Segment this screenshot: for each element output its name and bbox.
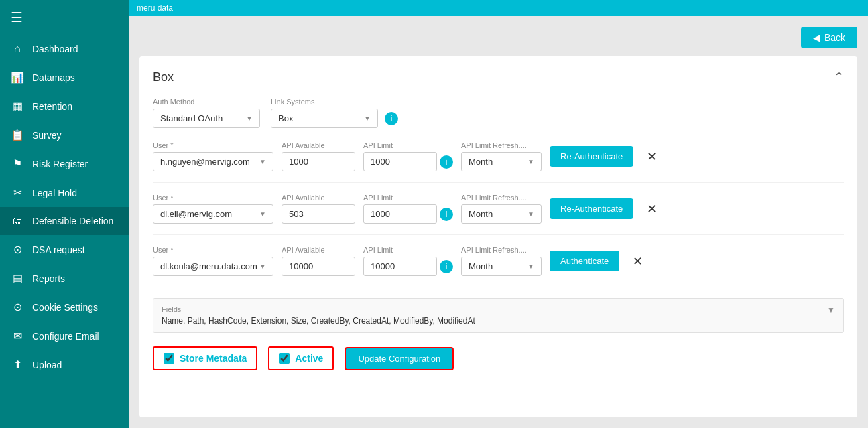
store-metadata-label: Store Metadata: [180, 353, 247, 364]
action-btn-1[interactable]: Re-Authenticate: [550, 198, 633, 219]
api-refresh-value-2: Month: [469, 261, 493, 271]
user-label-2: User *: [153, 246, 273, 254]
user-row-2: User * dl.koula@meru.data.com ▼ API Avai…: [153, 246, 844, 287]
user-value-0: h.nguyen@mervig.com: [160, 157, 250, 167]
sidebar-item-dsa-request[interactable]: ⊙DSA request: [0, 235, 129, 264]
link-systems-info-button[interactable]: i: [385, 112, 398, 125]
api-refresh-arrow-2: ▼: [528, 263, 534, 270]
topbar-label: meru data: [137, 3, 173, 13]
api-limit-label-0: API Limit: [363, 141, 453, 149]
api-limit-label-1: API Limit: [363, 194, 453, 202]
sidebar: ☰ ⌂Dashboard📊Datamaps▦Retention📋Survey⚑R…: [0, 0, 129, 428]
api-available-label-2: API Available: [282, 246, 355, 254]
sidebar-label-upload: Upload: [32, 360, 62, 370]
active-checkbox[interactable]: [279, 353, 290, 364]
api-refresh-group-2: API Limit Refresh.... Month ▼: [461, 246, 542, 276]
link-systems-select[interactable]: Box ▼: [271, 109, 378, 128]
sidebar-item-defensible-deletion[interactable]: 🗂Defensible Deletion: [0, 207, 129, 235]
sidebar-icon-risk-register: ⚑: [11, 157, 24, 170]
sidebar-icon-datamaps: 📊: [11, 71, 24, 84]
fields-section: Fields Name, Path, HashCode, Extension, …: [153, 298, 844, 333]
user-select-2[interactable]: dl.koula@meru.data.com ▼: [153, 257, 273, 276]
api-limit-input-2[interactable]: [363, 257, 437, 276]
content-area: ◀ Back Box ⌃ Auth Method Standard OAuth …: [129, 16, 868, 428]
sidebar-item-cookie-settings[interactable]: ⊙Cookie Settings: [0, 293, 129, 322]
close-user-btn-1[interactable]: ✕: [647, 202, 657, 216]
api-limit-info-btn-1[interactable]: i: [440, 208, 453, 221]
sidebar-label-legal-hold: Legal Hold: [32, 188, 77, 198]
sidebar-menu-icon[interactable]: ☰: [0, 0, 129, 35]
sidebar-item-configure-email[interactable]: ✉Configure Email: [0, 322, 129, 350]
fields-value: Name, Path, HashCode, Extension, Size, C…: [162, 316, 827, 326]
action-btn-2[interactable]: Authenticate: [550, 251, 619, 271]
api-refresh-select-0[interactable]: Month ▼: [461, 152, 542, 171]
active-checkbox-label[interactable]: Active: [268, 346, 334, 370]
sidebar-item-retention[interactable]: ▦Retention: [0, 92, 129, 121]
sidebar-item-upload[interactable]: ⬆Upload: [0, 350, 129, 379]
user-row-1: User * dl.ell@mervig.com ▼ API Available…: [153, 194, 844, 235]
sidebar-icon-dsa-request: ⊙: [11, 243, 24, 256]
link-systems-arrow: ▼: [364, 115, 371, 122]
sidebar-item-dashboard[interactable]: ⌂Dashboard: [0, 35, 129, 63]
user-value-2: dl.koula@meru.data.com: [160, 261, 257, 271]
api-available-label-1: API Available: [282, 194, 355, 202]
sidebar-icon-configure-email: ✉: [11, 330, 24, 342]
sidebar-icon-defensible-deletion: 🗂: [11, 215, 24, 227]
api-refresh-arrow-0: ▼: [528, 158, 534, 165]
sidebar-label-configure-email: Configure Email: [32, 331, 99, 342]
sidebar-item-survey[interactable]: 📋Survey: [0, 121, 129, 149]
api-limit-input-0[interactable]: [363, 152, 437, 171]
sidebar-item-legal-hold[interactable]: ✂Legal Hold: [0, 178, 129, 207]
sidebar-label-cookie-settings: Cookie Settings: [32, 302, 98, 313]
user-select-1[interactable]: dl.ell@mervig.com ▼: [153, 204, 273, 224]
auth-method-group: Auth Method Standard OAuth ▼: [153, 98, 260, 128]
sidebar-icon-reports: ▤: [11, 272, 24, 285]
api-refresh-select-1[interactable]: Month ▼: [461, 204, 542, 224]
action-btn-0[interactable]: Re-Authenticate: [550, 146, 633, 167]
sidebar-label-risk-register: Risk Register: [32, 159, 88, 169]
sidebar-item-datamaps[interactable]: 📊Datamaps: [0, 63, 129, 92]
api-limit-with-info-1: i: [363, 204, 453, 224]
api-refresh-group-0: API Limit Refresh.... Month ▼: [461, 141, 542, 171]
api-limit-with-info-0: i: [363, 152, 453, 171]
main-content: meru data ◀ Back Box ⌃ Auth Method Stand…: [129, 0, 868, 428]
api-limit-label-2: API Limit: [363, 246, 453, 254]
user-select-0[interactable]: h.nguyen@mervig.com ▼: [153, 152, 273, 171]
api-available-input-1[interactable]: [282, 204, 355, 224]
sidebar-label-reports: Reports: [32, 273, 65, 284]
api-limit-input-1[interactable]: [363, 204, 437, 224]
link-systems-label: Link Systems: [271, 98, 398, 106]
close-user-btn-0[interactable]: ✕: [647, 149, 657, 164]
fields-content: Fields Name, Path, HashCode, Extension, …: [162, 305, 827, 326]
card-header: Box ⌃: [153, 70, 844, 84]
api-limit-group-0: API Limit i: [363, 141, 453, 171]
api-available-input-2[interactable]: [282, 257, 355, 276]
api-limit-info-btn-0[interactable]: i: [440, 155, 453, 169]
store-metadata-checkbox[interactable]: [164, 353, 174, 364]
api-available-input-0[interactable]: [282, 152, 355, 171]
api-available-group-1: API Available: [282, 194, 355, 224]
sidebar-label-dashboard: Dashboard: [32, 44, 78, 54]
api-limit-info-btn-2[interactable]: i: [440, 260, 453, 273]
sidebar-label-retention: Retention: [32, 101, 72, 112]
auth-method-value: Standard OAuth: [160, 113, 223, 123]
user-value-1: dl.ell@mervig.com: [160, 209, 232, 219]
update-config-button[interactable]: Update Configuration: [345, 347, 454, 370]
store-metadata-checkbox-label[interactable]: Store Metadata: [153, 346, 257, 370]
user-arrow-2: ▼: [259, 263, 266, 270]
sidebar-item-reports[interactable]: ▤Reports: [0, 264, 129, 293]
user-label-0: User *: [153, 141, 273, 149]
link-systems-value: Box: [278, 113, 293, 123]
back-button[interactable]: ◀ Back: [801, 27, 857, 48]
api-refresh-value-1: Month: [469, 209, 493, 219]
close-user-btn-2[interactable]: ✕: [633, 254, 643, 269]
sidebar-icon-retention: ▦: [11, 100, 24, 113]
api-refresh-select-2[interactable]: Month ▼: [461, 257, 542, 276]
auth-method-label: Auth Method: [153, 98, 260, 106]
api-available-group-2: API Available: [282, 246, 355, 276]
sidebar-item-risk-register[interactable]: ⚑Risk Register: [0, 149, 129, 178]
auth-method-select[interactable]: Standard OAuth ▼: [153, 109, 260, 128]
fields-dropdown-arrow[interactable]: ▼: [827, 305, 835, 315]
sidebar-label-dsa-request: DSA request: [32, 244, 85, 255]
collapse-button[interactable]: ⌃: [834, 70, 844, 84]
